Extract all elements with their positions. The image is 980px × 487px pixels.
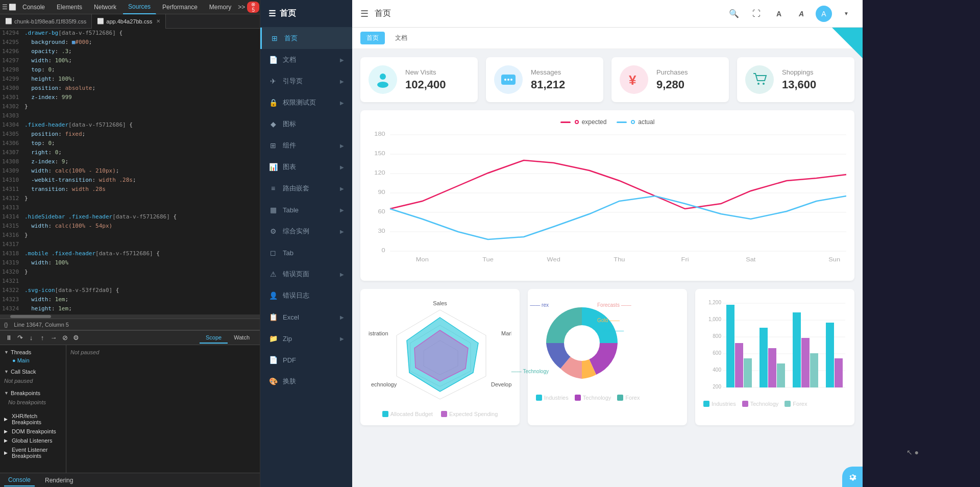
sidebar-item-docs[interactable]: 📄 文档 ▶ [260,49,352,70]
sidebar-item-excel[interactable]: 📋 Excel ▶ [260,306,352,328]
sidebar-item-error-log[interactable]: 👤 错误日志 [260,285,352,306]
sidebar-item-table-label: Table [283,206,299,214]
file-tab-close[interactable]: ✕ [156,18,160,24]
sidebar-item-pdf-label: PDF [283,356,296,364]
pause-button[interactable]: ⏸ [4,333,13,343]
sidebar-item-guide[interactable]: ✈ 引导页 ▶ [260,70,352,92]
breadcrumb-home-btn[interactable]: 首页 [360,32,385,44]
legend-actual: actual [617,118,654,126]
message-svg [500,71,517,88]
tab-console[interactable]: Console [17,0,51,14]
status-cursor-icon: {} [4,322,8,328]
sidebar-item-theme-label: 换肤 [283,377,296,386]
debug-panel: ⏸ ↷ ↓ ↑ → ⊘ ⚙ Scope Watch ▼ Threads ● M [0,330,260,473]
line-chart-svg: 180 150 120 90 60 30 0 [369,130,846,267]
breakpoint-sub-sections: ▶ XHR/fetch Breakpoints ▶ DOM Breakpoint… [0,409,66,462]
debug-settings-button[interactable]: ⚙ [71,333,81,343]
step-into-button[interactable]: ↓ [27,333,36,343]
shoppings-value: 13,600 [782,78,846,91]
sidebar-item-table[interactable]: ▦ Table ▶ [260,199,352,221]
hex-label-sales: Sales [433,300,447,306]
x-label-sat: Sat [746,256,756,263]
file-tab-css1[interactable]: ⬜ chunk-b1f98ea6.f1f835f9.css [0,14,92,29]
guide-arrow: ▶ [340,79,344,84]
donut-technology-label: Technology [583,395,611,401]
step-out-button[interactable]: ↑ [38,333,47,343]
code-line-14313: 14313 [0,203,260,212]
dom-label: DOM Breakpoints [12,428,56,434]
horizontal-scrollbar[interactable] [0,314,260,319]
language-button[interactable]: A [793,6,810,22]
sidebar-item-guide-label: 引导页 [283,77,303,86]
more-tabs-icon[interactable]: >> [238,3,245,11]
sidebar: ☰ 首页 ⊞ 首页 📄 文档 ▶ ✈ 引导页 ▶ 🔒 [260,0,352,487]
expected-legend-dot [575,120,579,124]
sidebar-item-home[interactable]: ⊞ 首页 [260,28,352,49]
sidebar-item-icons[interactable]: ◆ 图标 [260,113,352,135]
devtools-menu-icon[interactable]: ☰ [2,3,8,11]
code-line-14323: 14323 width: 1em; [0,295,260,304]
threads-title[interactable]: ▼ Threads [4,349,62,355]
donut-legend-industries: Industries [536,395,569,401]
sidebar-item-tab[interactable]: ◻ Tab [260,242,352,263]
shoppings-label: Shoppings [782,68,846,76]
debug-tab-scope[interactable]: Scope [200,332,228,344]
event-listener-breakpoints[interactable]: ▶ Event Listener Breakpoints [0,445,66,460]
no-breakpoints-status: No breakpoints [4,397,62,407]
sidebar-item-components[interactable]: ⊞ 组件 ▶ [260,135,352,156]
tab-performance[interactable]: Performance [157,0,203,14]
tab-sources[interactable]: Sources [123,0,156,14]
breadcrumb-docs-btn[interactable]: 文档 [389,32,413,44]
theme-icon: 🎨 [268,377,278,386]
donut-legend-forex: Forex [617,395,640,401]
breakpoints-title[interactable]: ▼ Breakpoints [4,390,62,396]
deactivate-button[interactable]: ⊘ [60,333,69,343]
y-label-90: 90 [378,189,385,196]
sidebar-item-charts[interactable]: 📊 图表 ▶ [260,156,352,178]
fullscreen-button[interactable]: ⛶ [748,6,765,22]
sidebar-item-examples[interactable]: ⚙ 综合实例 ▶ [260,221,352,242]
threads-section: ▼ Threads ● Main [0,347,66,367]
sidebar-item-permission[interactable]: 🔒 权限测试页 ▶ [260,92,352,113]
tab-network[interactable]: Network [89,0,122,14]
scrollbar-thumb[interactable] [10,315,51,318]
bar-y-200: 200 [713,384,721,389]
sidebar-item-pdf[interactable]: 📄 PDF [260,349,352,371]
sidebar-item-theme-left: 🎨 换肤 [268,377,296,386]
sidebar-item-components-label: 组件 [283,141,296,150]
sidebar-item-router[interactable]: ≡ 路由嵌套 ▶ [260,178,352,199]
hamburger-icon[interactable]: ☰ [360,8,369,19]
xhr-breakpoints[interactable]: ▶ XHR/fetch Breakpoints [0,411,66,427]
settings-floating-button[interactable] [842,467,863,487]
global-listeners[interactable]: ▶ Global Listeners [0,436,66,445]
console-tab-rendering[interactable]: Rendering [41,475,77,486]
devtools-dock-icon[interactable]: ⬜ [9,3,16,11]
step-button[interactable]: → [49,333,58,343]
tab-memory[interactable]: Memory [204,0,237,14]
visits-icon [369,65,397,94]
user-avatar[interactable]: A [816,6,832,22]
debug-tab-watch[interactable]: Watch [228,332,256,344]
code-editor[interactable]: 14294 .drawer-bg[data-v-f5712686] { 1429… [0,29,260,314]
sidebar-item-excel-left: 📋 Excel [268,312,299,322]
tab-elements[interactable]: Elements [52,0,88,14]
purchases-icon: ¥ [620,65,648,94]
dom-breakpoints[interactable]: ▶ DOM Breakpoints [0,427,66,436]
step-over-button[interactable]: ↷ [15,333,24,343]
console-tab-console[interactable]: Console [4,474,35,486]
shoppings-info: Shoppings 13,600 [782,68,846,91]
global-label: Global Listeners [12,437,53,444]
call-stack-title[interactable]: ▼ Call Stack [4,369,62,375]
code-line-14316: 14316 } [0,231,260,240]
font-size-button[interactable]: A [771,6,787,22]
sidebar-item-theme[interactable]: 🎨 换肤 [260,371,352,392]
y-label-60: 60 [378,208,385,215]
sidebar-item-error-pages[interactable]: ⚠ 错误页面 ▶ [260,263,352,285]
sidebar-item-zip[interactable]: 📁 Zip ▶ [260,328,352,349]
error-count-badge: ⊗ 5 [247,2,259,13]
file-tab-css2[interactable]: ⬜ app.4b4a27bb.css ✕ [92,14,166,29]
avatar-dropdown-icon[interactable]: ▼ [838,6,854,22]
search-button[interactable]: 🔍 [726,6,742,22]
examples-icon: ⚙ [268,227,278,236]
code-line-14301: 14301 z-index: 999 [0,93,260,102]
